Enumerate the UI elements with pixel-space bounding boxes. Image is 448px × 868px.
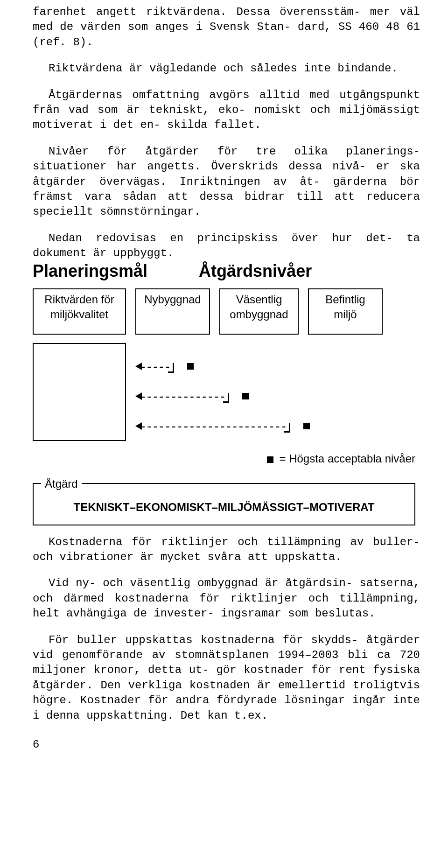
diagram-headings: Planeringsmål Åtgärdsnivåer	[33, 260, 420, 283]
box-vasentlig-l2: ombyggnad	[230, 308, 288, 321]
box-befintlig-l1: Befintlig	[325, 293, 365, 306]
heading-planeringsmal: Planeringsmål	[33, 260, 147, 283]
action-box-text: TEKNISKT–EKONOMISKT–MILJÖMÄSSIGT–MOTIVER…	[43, 500, 405, 515]
dashes-1: - - - - -	[141, 360, 169, 373]
hook-icon	[168, 363, 174, 373]
arrow-line-1: - - - - -	[135, 357, 420, 376]
diagram-boxes-row: Riktvärden för miljökvalitet Nybyggnad V…	[33, 288, 420, 335]
paragraph-4: Nivåer för åtgärder för tre olika planer…	[33, 144, 420, 220]
heading-atgardsnivaer: Åtgärdsnivåer	[199, 260, 312, 283]
arrow-line-3: - - - - - - - - - - - - - - - - - - - - …	[135, 417, 420, 435]
box-nybyggnad-label: Nybyggnad	[144, 293, 201, 306]
paragraph-2: Riktvärdena är vägledande och således in…	[33, 61, 420, 76]
square-marker-icon	[303, 423, 310, 429]
box-riktvarden-l2: miljökvalitet	[50, 308, 108, 321]
arrow-line-2: - - - - - - - - - - - - - -	[135, 387, 420, 406]
square-marker-icon	[187, 363, 194, 370]
action-box-tab: Åtgärd	[41, 476, 82, 491]
arrows-column: - - - - - - - - - - - - - - - - - - - - …	[135, 343, 420, 447]
paragraph-5: Nedan redovisas en principskiss över hur…	[33, 231, 420, 261]
big-empty-box	[33, 343, 126, 441]
box-riktvarden-l1: Riktvärden för	[44, 293, 114, 306]
hook-icon	[223, 393, 229, 403]
box-befintlig: Befintlig miljö	[308, 288, 383, 335]
paragraph-6: Kostnaderna för riktlinjer och tillämpni…	[33, 535, 420, 565]
paragraph-1: farenhet angett riktvärdena. Dessa övere…	[33, 5, 420, 50]
diagram-legend: = Högsta acceptabla nivåer	[33, 451, 415, 466]
square-marker-icon	[242, 393, 249, 399]
hook-icon	[284, 423, 290, 433]
paragraph-3: Åtgärdernas omfattning avgörs alltid med…	[33, 88, 420, 133]
page-number: 6	[33, 737, 420, 752]
box-riktvarden: Riktvärden för miljökvalitet	[33, 288, 126, 335]
paragraph-8: För buller uppskattas kostnaderna för sk…	[33, 633, 420, 723]
action-box: Åtgärd TEKNISKT–EKONOMISKT–MILJÖMÄSSIGT–…	[33, 483, 415, 525]
box-vasentlig-l1: Väsentlig	[236, 293, 282, 306]
paragraph-7: Vid ny- och väsentlig ombyggnad är åtgär…	[33, 576, 420, 621]
square-marker-icon	[267, 456, 273, 463]
box-befintlig-l2: miljö	[334, 308, 357, 321]
dashes-3: - - - - - - - - - - - - - - - - - - - - …	[141, 420, 285, 433]
box-nybyggnad: Nybyggnad	[135, 288, 210, 335]
legend-text: = Högsta acceptabla nivåer	[279, 452, 415, 465]
box-vasentlig: Väsentlig ombyggnad	[219, 288, 299, 335]
diagram-arrows-row: - - - - - - - - - - - - - - - - - - - - …	[33, 343, 420, 447]
dashes-2: - - - - - - - - - - - - - -	[141, 390, 224, 403]
